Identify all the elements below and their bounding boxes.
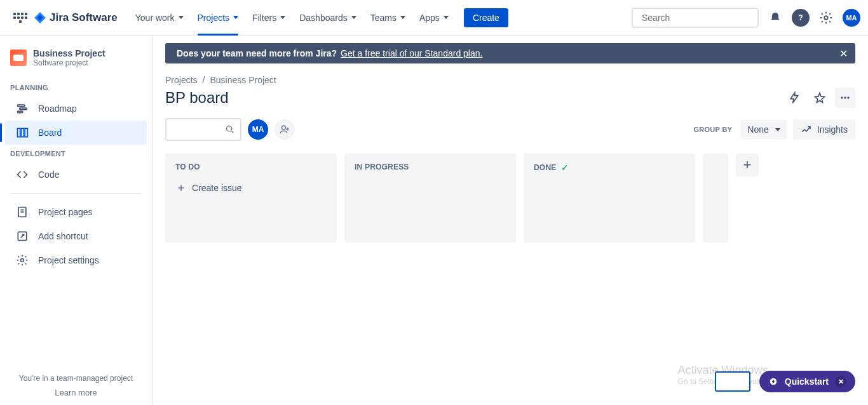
page-icon <box>15 205 29 219</box>
nav-apps[interactable]: Apps <box>413 9 455 27</box>
upgrade-banner: Does your team need more from Jira? Get … <box>165 43 855 63</box>
sidebar-divider <box>10 193 142 194</box>
svg-rect-5 <box>20 108 27 110</box>
sidebar-item-roadmap[interactable]: Roadmap <box>5 96 147 121</box>
project-type: Software project <box>33 58 105 67</box>
column-inprogress[interactable]: IN PROGRESS <box>344 154 516 242</box>
column-header: DONE ✓ <box>530 163 689 178</box>
sidebar-item-label: Board <box>38 128 62 138</box>
svg-rect-4 <box>18 105 25 107</box>
svg-point-15 <box>841 96 843 98</box>
rocket-icon <box>768 376 778 387</box>
notifications-icon[interactable] <box>766 9 784 27</box>
sidebar-group-development: DEVELOPMENT <box>0 145 152 163</box>
shortcut-icon <box>15 229 29 243</box>
user-avatar[interactable]: MA <box>843 9 860 27</box>
banner-link[interactable]: Get a free trial of our Standard plan. <box>341 48 482 58</box>
sidebar-item-label: Project settings <box>38 255 99 265</box>
svg-point-18 <box>227 126 232 131</box>
column-header: IN PROGRESS <box>351 163 510 176</box>
page-title: BP board <box>165 89 229 107</box>
assignee-avatar[interactable]: MA <box>248 119 268 140</box>
global-search[interactable] <box>632 8 759 28</box>
add-people-button[interactable] <box>275 119 295 140</box>
search-icon <box>225 124 235 135</box>
sidebar: Business Project Software project PLANNI… <box>0 36 153 405</box>
quickstart-button[interactable]: Quickstart ✕ <box>759 371 855 392</box>
nav-your-work[interactable]: Your work <box>129 9 190 27</box>
logo-text: Jira Software <box>50 11 118 24</box>
banner-lead: Does your team need more from Jira? <box>177 48 337 58</box>
breadcrumb: Projects / Business Project <box>153 63 868 85</box>
chevron-down-icon <box>351 16 356 19</box>
add-column-button[interactable]: + <box>736 154 759 176</box>
roadmap-icon <box>15 102 29 116</box>
nav-filters[interactable]: Filters <box>246 9 292 27</box>
project-name: Business Project <box>33 48 105 58</box>
app-switcher-icon[interactable] <box>13 10 28 25</box>
group-by-dropdown[interactable]: None <box>741 120 786 139</box>
column-done[interactable]: DONE ✓ <box>524 154 695 242</box>
automation-icon[interactable] <box>784 88 804 108</box>
column-placeholder <box>703 154 728 242</box>
sidebar-item-board[interactable]: Board <box>5 121 147 145</box>
chevron-down-icon <box>444 16 449 19</box>
svg-point-14 <box>21 259 24 262</box>
column-header: TO DO <box>172 163 330 176</box>
footer-text: You're in a team-managed project <box>10 374 142 383</box>
banner-close-icon[interactable]: ✕ <box>839 48 848 60</box>
svg-line-19 <box>231 131 233 133</box>
chevron-down-icon <box>233 16 238 19</box>
check-icon: ✓ <box>561 163 569 173</box>
jira-logo[interactable]: Jira Software <box>33 11 118 25</box>
insights-icon <box>801 124 812 135</box>
close-icon[interactable]: ✕ <box>835 376 846 387</box>
sidebar-item-label: Code <box>38 169 59 180</box>
create-issue-button[interactable]: Create issue <box>172 176 330 199</box>
create-button[interactable]: Create <box>464 8 508 27</box>
chevron-down-icon <box>400 16 405 19</box>
crumb-projects[interactable]: Projects <box>165 75 198 85</box>
column-todo[interactable]: TO DO Create issue <box>165 154 337 242</box>
floating-placeholder[interactable] <box>715 371 750 392</box>
sidebar-group-planning: PLANNING <box>0 79 152 96</box>
plus-icon <box>177 183 186 192</box>
star-icon[interactable] <box>810 88 830 108</box>
search-input[interactable] <box>642 13 753 23</box>
nav-teams[interactable]: Teams <box>364 9 412 27</box>
svg-text:?: ? <box>798 13 803 22</box>
more-icon[interactable] <box>835 88 855 108</box>
footer-learn-more-link[interactable]: Learn more <box>10 388 142 397</box>
svg-rect-9 <box>25 128 27 136</box>
group-by-label: GROUP BY <box>693 126 732 133</box>
sidebar-item-code[interactable]: Code <box>5 163 147 187</box>
code-icon <box>15 168 29 182</box>
board-icon <box>15 126 29 140</box>
main-content: Does your team need more from Jira? Get … <box>153 36 868 405</box>
kanban-board: TO DO Create issue IN PROGRESS DONE ✓ + <box>153 154 868 242</box>
nav-dashboards[interactable]: Dashboards <box>293 9 363 27</box>
settings-icon[interactable] <box>817 9 835 27</box>
gear-icon <box>15 253 29 267</box>
insights-button[interactable]: Insights <box>793 119 855 140</box>
help-icon[interactable]: ? <box>792 9 810 27</box>
crumb-project-name[interactable]: Business Project <box>210 75 276 85</box>
svg-rect-6 <box>18 111 23 113</box>
project-header[interactable]: Business Project Software project <box>0 48 152 79</box>
primary-nav: Your work Projects Filters Dashboards Te… <box>129 8 508 27</box>
chevron-down-icon <box>280 16 285 19</box>
sidebar-item-shortcut[interactable]: Add shortcut <box>5 224 147 248</box>
svg-rect-8 <box>21 128 24 136</box>
svg-point-17 <box>847 96 849 98</box>
svg-point-16 <box>844 96 846 98</box>
sidebar-footer: You're in a team-managed project Learn m… <box>0 374 152 397</box>
nav-projects[interactable]: Projects <box>191 9 245 27</box>
board-search[interactable] <box>165 118 241 141</box>
sidebar-item-label: Roadmap <box>38 103 77 114</box>
svg-point-20 <box>282 126 286 129</box>
project-icon <box>10 50 27 66</box>
chevron-down-icon <box>775 128 780 131</box>
svg-point-3 <box>824 16 828 20</box>
sidebar-item-settings[interactable]: Project settings <box>5 248 147 272</box>
sidebar-item-pages[interactable]: Project pages <box>5 200 147 224</box>
